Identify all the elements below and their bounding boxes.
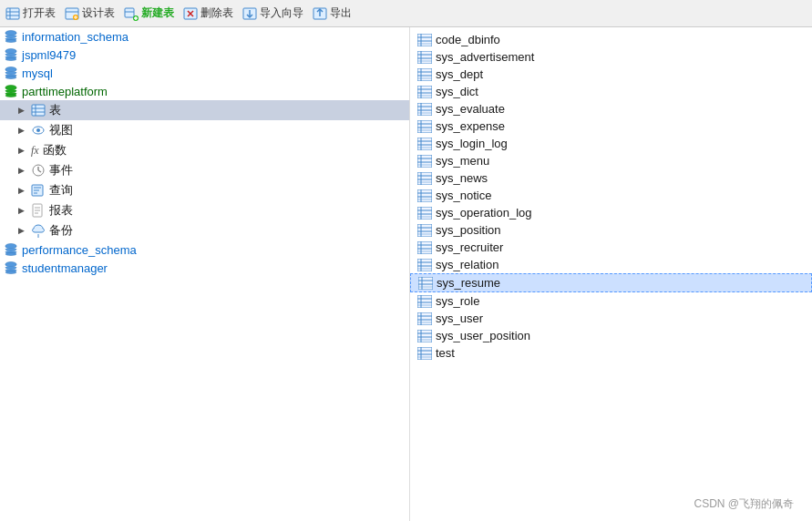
watermark: CSDN @飞翔的佩奇 bbox=[694, 496, 794, 512]
table-icon bbox=[418, 277, 433, 290]
fx-icon: fx bbox=[31, 144, 39, 158]
svg-point-34 bbox=[36, 128, 40, 132]
svg-rect-0 bbox=[6, 8, 19, 19]
table-item-sys_dict[interactable]: sys_dict bbox=[410, 83, 812, 100]
open-table-btn[interactable]: 打开表 bbox=[5, 5, 56, 21]
design-table-icon bbox=[65, 6, 79, 21]
table-item-sys_dept[interactable]: sys_dept bbox=[410, 66, 812, 83]
table-icon bbox=[417, 86, 432, 98]
table-item-sys_position[interactable]: sys_position bbox=[410, 221, 812, 239]
sidebar-item-views[interactable]: ▶ 视图 bbox=[0, 120, 409, 140]
chevron-right-icon: ▶ bbox=[18, 226, 27, 235]
open-table-label: 打开表 bbox=[23, 5, 56, 21]
events-label: 事件 bbox=[49, 162, 73, 179]
new-table-icon bbox=[124, 6, 139, 21]
new-table-btn[interactable]: 新建表 bbox=[124, 5, 174, 21]
delete-table-icon bbox=[183, 6, 198, 21]
sidebar-item-performance-schema[interactable]: performance_schema bbox=[0, 240, 409, 259]
reports-label: 报表 bbox=[49, 202, 73, 219]
table-name: sys_evaluate bbox=[436, 102, 505, 116]
table-name: code_dbinfo bbox=[436, 33, 500, 46]
chevron-right-icon: ▶ bbox=[18, 206, 27, 215]
table-name: test bbox=[436, 346, 455, 360]
table-item-sys_advertisement[interactable]: sys_advertisement bbox=[410, 48, 812, 66]
query-icon bbox=[31, 183, 46, 198]
svg-rect-81 bbox=[417, 138, 432, 150]
sidebar-item-events[interactable]: ▶ 事件 bbox=[0, 160, 409, 180]
table-name: sys_dict bbox=[436, 85, 478, 98]
table-name: sys_operation_log bbox=[436, 206, 532, 220]
sidebar-item-backup[interactable]: ▶ 备份 bbox=[0, 220, 409, 240]
svg-point-24 bbox=[5, 58, 16, 61]
delete-table-btn[interactable]: 删除表 bbox=[183, 5, 233, 21]
sidebar-item-reports[interactable]: ▶ 报表 bbox=[0, 200, 409, 220]
sidebar-item-functions[interactable]: ▶ fx 函数 bbox=[0, 140, 409, 160]
export-wizard-label: 导出 bbox=[330, 5, 352, 21]
sidebar-item-information-schema[interactable]: information_schema bbox=[0, 27, 409, 46]
table-item-sys_user[interactable]: sys_user bbox=[410, 310, 812, 327]
database-icon bbox=[4, 47, 18, 62]
db-name-parttimeplatform: parttimeplatform bbox=[22, 85, 108, 98]
svg-line-37 bbox=[38, 170, 41, 172]
table-name: sys_recruiter bbox=[436, 240, 503, 254]
table-item-sys_operation_log[interactable]: sys_operation_log bbox=[410, 204, 812, 221]
svg-rect-29 bbox=[32, 105, 45, 116]
svg-point-48 bbox=[5, 253, 16, 256]
table-icon bbox=[417, 295, 432, 308]
table-item-sys_recruiter[interactable]: sys_recruiter bbox=[410, 239, 812, 256]
database-green-icon bbox=[4, 84, 18, 98]
sidebar-item-tables[interactable]: ▶ 表 bbox=[0, 100, 409, 120]
export-wizard-btn[interactable]: 导出 bbox=[313, 5, 352, 21]
db-name-performance-schema: performance_schema bbox=[22, 243, 137, 257]
view-icon bbox=[31, 123, 46, 138]
table-icon bbox=[417, 241, 432, 254]
table-name: sys_position bbox=[436, 223, 501, 237]
import-icon bbox=[242, 6, 257, 21]
svg-rect-121 bbox=[418, 277, 433, 290]
table-name: sys_user_position bbox=[436, 329, 530, 342]
sidebar-item-mysql[interactable]: mysql bbox=[0, 64, 409, 82]
sidebar-item-jspml9479[interactable]: jspml9479 bbox=[0, 46, 409, 64]
table-item-test[interactable]: test bbox=[410, 344, 812, 362]
db-name-mysql: mysql bbox=[22, 66, 53, 80]
svg-rect-76 bbox=[417, 120, 432, 133]
table-item-code_dbinfo[interactable]: code_dbinfo bbox=[410, 31, 812, 48]
table-item-sys_news[interactable]: sys_news bbox=[410, 169, 812, 187]
database-icon bbox=[4, 242, 18, 257]
table-item-sys_resume[interactable]: sys_resume bbox=[410, 273, 812, 292]
table-item-sys_evaluate[interactable]: sys_evaluate bbox=[410, 100, 812, 117]
table-item-sys_menu[interactable]: sys_menu bbox=[410, 152, 812, 169]
table-icon bbox=[417, 189, 432, 202]
table-name: sys_login_log bbox=[436, 137, 508, 150]
import-wizard-btn[interactable]: 导入向导 bbox=[242, 5, 303, 21]
database-icon bbox=[4, 29, 18, 44]
functions-label: 函数 bbox=[43, 142, 67, 158]
svg-rect-56 bbox=[417, 51, 432, 64]
backup-icon bbox=[31, 223, 46, 238]
svg-rect-111 bbox=[417, 241, 432, 254]
svg-rect-9 bbox=[125, 8, 134, 17]
svg-point-22 bbox=[5, 40, 16, 43]
database-icon bbox=[4, 66, 18, 80]
table-item-sys_role[interactable]: sys_role bbox=[410, 292, 812, 310]
design-table-btn[interactable]: 设计表 bbox=[65, 5, 115, 21]
table-item-sys_notice[interactable]: sys_notice bbox=[410, 187, 812, 204]
table-item-sys_expense[interactable]: sys_expense bbox=[410, 117, 812, 135]
sidebar-item-queries[interactable]: ▶ 查询 bbox=[0, 180, 409, 200]
sidebar-item-studentmanager[interactable]: studentmanager bbox=[0, 259, 409, 277]
sidebar-item-parttimeplatform[interactable]: parttimeplatform bbox=[0, 82, 409, 100]
db-name-information-schema: information_schema bbox=[22, 30, 128, 44]
table-name: sys_user bbox=[436, 312, 483, 325]
table-item-sys_user_position[interactable]: sys_user_position bbox=[410, 327, 812, 344]
table-item-sys_relation[interactable]: sys_relation bbox=[410, 256, 812, 273]
db-name-studentmanager: studentmanager bbox=[22, 261, 108, 275]
svg-point-26 bbox=[5, 77, 16, 79]
table-item-sys_login_log[interactable]: sys_login_log bbox=[410, 135, 812, 152]
table-icon bbox=[417, 172, 432, 185]
backup-label: 备份 bbox=[49, 222, 73, 239]
table-name: sys_dept bbox=[436, 67, 483, 81]
svg-rect-106 bbox=[417, 224, 432, 237]
new-table-label: 新建表 bbox=[141, 5, 174, 21]
toolbar: 打开表 设计表 新建表 删除表 bbox=[0, 0, 812, 27]
table-name: sys_menu bbox=[436, 154, 489, 168]
